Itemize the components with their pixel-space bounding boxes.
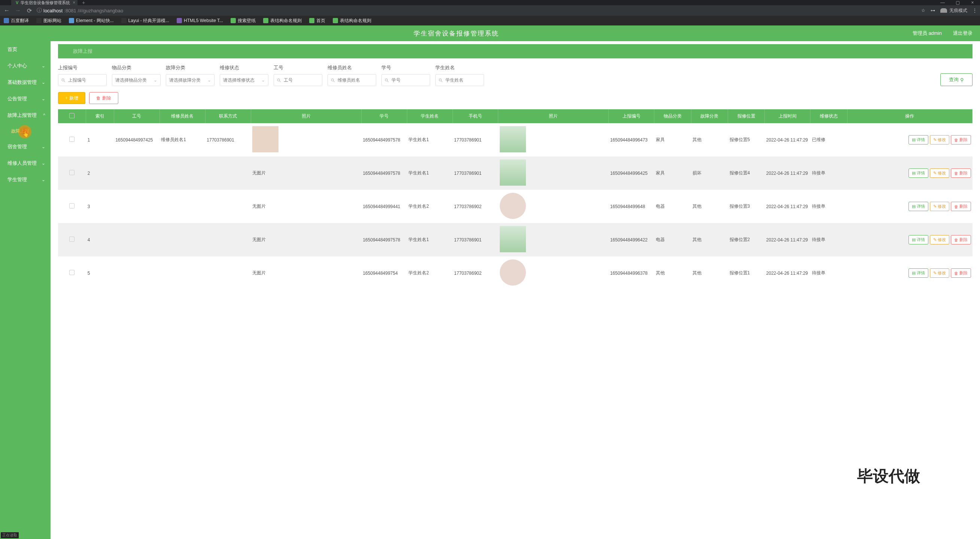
sidebar-item-profile[interactable]: 个人中心 [0, 58, 51, 74]
edit-icon: ✎ [933, 137, 937, 142]
edit-button[interactable]: ✎修改 [930, 202, 949, 211]
window-buttons: — ▢ × [935, 0, 980, 5]
sidebar-item-basic[interactable]: 基础数据管理 [0, 74, 51, 91]
th-photo: 照片 [251, 109, 361, 123]
cell-code: 165094484996422 [609, 223, 654, 256]
filter-fault-type[interactable] [166, 78, 214, 83]
bookmark-item[interactable]: 表结构命名规则 [333, 17, 371, 24]
edit-button[interactable]: ✎修改 [930, 169, 949, 178]
url-field[interactable]: ⓘ localhost:8081/#/guzhangshangbao [37, 7, 918, 14]
cell-workerid: 165094484997425 [114, 123, 159, 156]
detail-button[interactable]: ▤详情 [908, 235, 928, 245]
th-loc: 报修位置 [728, 109, 765, 123]
th-workername: 维修员姓名 [159, 109, 205, 123]
cursor-icon: 👆 [22, 131, 29, 137]
cell-time: 2022-04-26 11:47:29 [765, 256, 810, 290]
reload-button[interactable]: ⟳ [25, 7, 33, 14]
menu-icon[interactable]: ⋮ [972, 8, 977, 13]
sidebar-item-announce[interactable]: 公告管理 [0, 91, 51, 107]
site-info-icon[interactable]: ⓘ [37, 7, 42, 14]
edit-button[interactable]: ✎修改 [930, 269, 949, 278]
th-index: 索引 [86, 109, 114, 123]
cell-workerid [114, 223, 159, 256]
cell-loc: 报修位置2 [728, 223, 765, 256]
bookmark-item[interactable]: Element - 网站快... [69, 17, 114, 24]
row-checkbox[interactable] [69, 203, 75, 208]
back-button[interactable]: ← [3, 7, 11, 14]
bookmark-item[interactable]: 百度翻译 [4, 17, 29, 24]
sidebar-item-students[interactable]: 学生管理 [0, 172, 51, 188]
detail-button[interactable]: ▤详情 [908, 135, 928, 145]
avatar [500, 159, 526, 186]
filter-label: 物品分类 [112, 64, 161, 71]
filter-item-type[interactable] [112, 78, 160, 83]
close-window-icon[interactable]: × [965, 0, 980, 5]
bookmark-item[interactable]: 首页 [309, 17, 325, 24]
cell-mobile: 17703786902 [453, 256, 498, 290]
cell-idx: 5 [86, 256, 114, 290]
filter-status[interactable] [220, 78, 268, 83]
minimize-icon[interactable]: — [935, 0, 950, 5]
sidebar-item-repair[interactable]: 维修人员管理 [0, 155, 51, 172]
logout-link[interactable]: 退出登录 [953, 30, 972, 37]
bookmark-item[interactable]: 图标网站 [36, 17, 61, 24]
query-button[interactable]: 查询 ⚲ [940, 73, 972, 86]
new-tab-button[interactable]: + [82, 0, 85, 6]
th-studentname: 学生姓名 [407, 109, 453, 123]
cell-workername: 维修员姓名1 [159, 123, 205, 156]
detail-button[interactable]: ▤详情 [908, 269, 928, 278]
row-checkbox[interactable] [69, 170, 75, 175]
cell-cat: 家具 [654, 156, 691, 190]
th-checkbox [58, 109, 86, 123]
filter-worker-id[interactable] [281, 78, 322, 83]
user-label[interactable]: 管理员 admin [913, 30, 942, 37]
cell-cat: 家具 [654, 123, 691, 156]
filter-student-name[interactable] [442, 78, 484, 83]
detail-button[interactable]: ▤详情 [908, 202, 928, 211]
detail-button[interactable]: ▤详情 [908, 169, 928, 178]
key-icon[interactable]: ⊶ [931, 8, 935, 13]
bookmark-item[interactable]: 搜索壁纸 [231, 17, 256, 24]
cell-studentname: 学生姓名1 [407, 223, 453, 256]
cell-photo: 无图片 [251, 223, 361, 256]
tab-close-icon[interactable]: × [73, 0, 75, 5]
row-checkbox[interactable] [69, 137, 75, 142]
edit-button[interactable]: ✎修改 [930, 235, 949, 245]
browser-chrome: V 学生宿舍设备报修管理系统 × + — ▢ × ← → ⟳ ⓘ localho… [0, 0, 980, 25]
cell-photo2 [498, 123, 609, 156]
avatar [500, 126, 526, 152]
delete-row-button[interactable]: 🗑删除 [951, 235, 971, 245]
star-icon[interactable]: ☆ [921, 8, 925, 13]
filter-student-id[interactable] [388, 78, 430, 83]
edit-icon: ✎ [933, 270, 937, 275]
delete-row-button[interactable]: 🗑删除 [951, 202, 971, 211]
edit-icon: ✎ [933, 237, 937, 242]
filter-report-code[interactable] [65, 78, 106, 83]
sidebar-sub-fault[interactable]: 故障上报 👆 [0, 124, 51, 138]
checkbox-all[interactable] [69, 113, 75, 118]
delete-button[interactable]: 🗑删除 [89, 92, 118, 104]
browser-tab[interactable]: V 学生宿舍设备报修管理系统 × [11, 0, 78, 6]
cell-photo2 [498, 256, 609, 290]
edit-button[interactable]: ✎修改 [930, 135, 949, 145]
row-checkbox[interactable] [69, 270, 75, 275]
delete-row-button[interactable]: 🗑删除 [951, 169, 971, 178]
bookmark-item[interactable]: HTML5 Website T... [177, 18, 223, 23]
table-row: 4无图片165094484997578学生姓名11770378690116509… [58, 223, 972, 256]
sidebar-item-home[interactable]: 首页 [0, 41, 51, 58]
maximize-icon[interactable]: ▢ [950, 0, 965, 5]
tab-title: 学生宿舍设备报修管理系统 [21, 0, 70, 6]
bookmark-item[interactable]: Layui - 经典开源模... [121, 17, 169, 24]
th-cat: 物品分类 [654, 109, 691, 123]
filter-worker-name[interactable] [335, 78, 376, 83]
bookmark-item[interactable]: 表结构命名规则 [263, 17, 302, 24]
delete-row-button[interactable]: 🗑删除 [951, 269, 971, 278]
list-icon: ▤ [912, 137, 916, 142]
cell-status: 待接单 [810, 190, 847, 223]
row-checkbox[interactable] [69, 237, 75, 242]
add-button[interactable]: +新增 [58, 92, 85, 104]
sidebar-item-fault[interactable]: 故障上报管理 [0, 107, 51, 124]
delete-row-button[interactable]: 🗑删除 [951, 135, 971, 145]
sidebar-item-dorm[interactable]: 宿舍管理 [0, 138, 51, 155]
list-icon: ▤ [912, 171, 916, 176]
